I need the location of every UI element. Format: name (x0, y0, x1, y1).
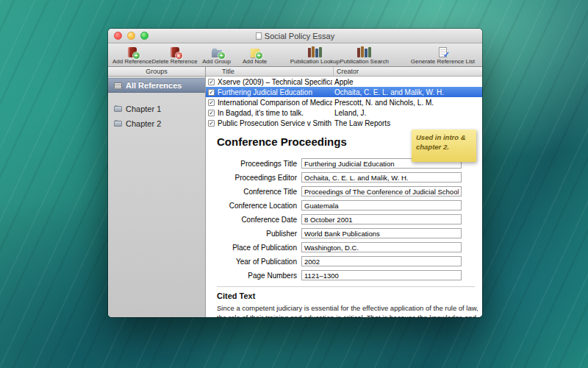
sidebar-item-label: All References (126, 81, 182, 90)
sidebar-item-chapter-2[interactable]: Chapter 2 (108, 116, 205, 131)
year-of-publication-input[interactable] (301, 256, 462, 266)
add-note-button[interactable]: Add Note (236, 45, 274, 65)
cited-text-heading: Cited Text (217, 291, 475, 300)
field-label: Publisher (217, 230, 301, 238)
delete-reference-button[interactable]: Delete Reference (151, 45, 197, 65)
main-pane: Title Creator Xserve (2009) – Technical … (206, 67, 482, 317)
publication-search-label: Publication Search (340, 58, 389, 65)
column-header-creator[interactable]: Creator (334, 67, 482, 77)
field-proceedings-editor: Proceedings Editor (217, 172, 475, 183)
field-year-of-publication: Year of Publication (217, 256, 475, 266)
window-controls (114, 32, 148, 40)
proceedings-editor-input[interactable] (301, 172, 462, 183)
sidebar-item-chapter-1[interactable]: Chapter 1 (108, 102, 205, 116)
sticky-note[interactable]: Used in intro & chapter 2. (412, 130, 476, 162)
title-bar[interactable]: Social Policy Essay (108, 29, 482, 43)
field-conference-location: Conference Location (217, 200, 475, 210)
conference-title-input[interactable] (301, 186, 462, 197)
publisher-input[interactable] (301, 228, 462, 238)
detail-pane: Conference Proceedings Used in intro & c… (206, 128, 482, 317)
add-reference-label: Add Reference (112, 58, 151, 65)
window-content: Groups All References Chapter 1 Chapter … (108, 67, 482, 317)
sidebar-item-label: Chapter 2 (126, 119, 161, 128)
publication-search-button[interactable]: Publication Search (340, 45, 389, 65)
zoom-button[interactable] (140, 32, 148, 40)
row-creator: Prescott, N. and Nichols, L. M. (332, 99, 482, 107)
list-icon (114, 82, 122, 89)
row-title: Xserve (2009) – Technical Specifications (218, 78, 332, 86)
field-label: Place of Publication (217, 244, 301, 252)
row-creator: Apple (332, 78, 482, 86)
reference-row[interactable]: In Bagdad, it's time to talk. Leland, J. (206, 107, 482, 118)
sidebar-item-all-references[interactable]: All References (108, 78, 205, 93)
groups-sidebar: Groups All References Chapter 1 Chapter … (108, 67, 206, 317)
conference-location-input[interactable] (301, 200, 462, 210)
add-reference-button[interactable]: Add Reference (112, 45, 151, 65)
desktop: { "colors": { "selection_blue": "#3b76d8… (0, 0, 588, 368)
sidebar-item-label: Chapter 1 (126, 105, 161, 113)
reference-row-selected[interactable]: Furthering Judicial Education Ochaita, C… (206, 87, 482, 97)
field-conference-date: Conference Date (217, 214, 475, 224)
cited-text-paragraph: Since a competent judiciary is essential… (217, 304, 478, 317)
publication-lookup-button[interactable]: Publication Lookup (290, 45, 340, 65)
field-conference-title: Conference Title (217, 186, 475, 197)
field-label: Conference Location (217, 202, 301, 210)
delete-reference-label: Delete Reference (151, 58, 197, 65)
books-lookup-icon (308, 45, 322, 57)
field-label: Proceedings Editor (217, 174, 301, 182)
generate-reference-list-button[interactable]: Generate Reference List (411, 45, 475, 65)
toolbar: Add Reference Delete Reference Add Group… (108, 43, 482, 67)
book-plus-icon (128, 45, 137, 57)
reference-row[interactable]: Public Prosecution Service v Smith The L… (206, 118, 482, 128)
row-title: Furthering Judicial Education (218, 88, 332, 96)
column-header-title[interactable]: Title (206, 67, 334, 77)
row-checkbox[interactable] (208, 89, 215, 96)
row-checkbox[interactable] (208, 99, 215, 106)
app-window: Social Policy Essay Add Reference Delete… (108, 29, 482, 317)
cited-divider (217, 286, 475, 287)
field-place-of-publication: Place of Publication (217, 242, 475, 252)
conference-date-input[interactable] (301, 214, 462, 224)
book-delete-icon (171, 45, 179, 57)
field-label: Conference Date (217, 216, 301, 224)
place-of-publication-input[interactable] (301, 242, 462, 252)
window-title: Social Policy Essay (265, 32, 334, 40)
reference-row[interactable]: Xserve (2009) – Technical Specifications… (206, 77, 482, 87)
page-numbers-input[interactable] (301, 270, 462, 280)
groups-header: Groups (108, 67, 205, 77)
folder-plus-icon (212, 45, 222, 57)
reference-list: Xserve (2009) – Technical Specifications… (206, 77, 482, 128)
row-creator: The Law Reports (332, 119, 482, 127)
minimize-button[interactable] (127, 32, 135, 40)
row-checkbox[interactable] (208, 120, 215, 127)
add-note-label: Add Note (243, 58, 267, 65)
row-creator: Ochaita, C. E. L. and Malik, W. H. (332, 88, 482, 96)
field-label: Conference Title (217, 188, 301, 196)
field-label: Page Numbers (217, 272, 301, 280)
row-title: International Comparison of Medical Savi… (218, 99, 332, 107)
close-button[interactable] (114, 32, 122, 40)
row-title: In Bagdad, it's time to talk. (218, 109, 332, 117)
row-creator: Leland, J. (332, 109, 482, 117)
folder-icon (114, 121, 122, 127)
field-publisher: Publisher (217, 228, 475, 238)
books-search-icon (357, 45, 371, 57)
add-group-button[interactable]: Add Group (198, 45, 236, 65)
publication-lookup-label: Publication Lookup (290, 58, 340, 65)
list-header: Title Creator (206, 67, 482, 77)
field-label: Proceedings Title (217, 160, 301, 168)
window-title-group: Social Policy Essay (256, 32, 334, 40)
note-plus-icon (251, 45, 259, 57)
document-icon (256, 32, 262, 40)
reference-row[interactable]: International Comparison of Medical Savi… (206, 97, 482, 107)
row-title: Public Prosecution Service v Smith (218, 119, 332, 127)
folder-icon (114, 106, 122, 112)
field-page-numbers: Page Numbers (217, 270, 475, 280)
document-check-icon (439, 45, 447, 57)
row-checkbox[interactable] (208, 110, 215, 116)
add-group-label: Add Group (202, 58, 231, 65)
row-checkbox[interactable] (208, 79, 215, 85)
field-label: Year of Publication (217, 258, 301, 266)
